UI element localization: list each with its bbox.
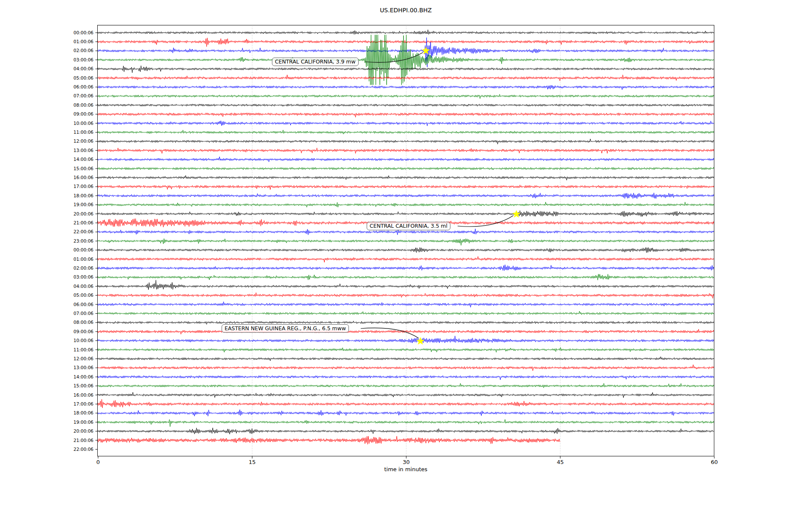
row-label: 19:00:06 [74, 420, 93, 425]
row-label: 06:00:06 [74, 84, 93, 89]
trace-row-41 [98, 399, 714, 408]
row-label: 03:00:06 [74, 274, 93, 279]
row-label: 18:00:06 [74, 193, 93, 198]
event-star-icon [513, 210, 521, 218]
row-label: 14:00:06 [74, 157, 93, 162]
trace-row-9 [98, 113, 714, 118]
row-label: 23:00:06 [74, 238, 93, 243]
row-label: 13:00:06 [74, 148, 93, 153]
trace-row-8 [98, 104, 714, 106]
trace-row-31 [98, 311, 714, 315]
trace-row-17 [98, 185, 714, 190]
row-label: 21:00:06 [74, 220, 93, 225]
row-label: 12:00:06 [74, 138, 93, 144]
trace-row-12 [98, 139, 714, 144]
trace-row-39 [98, 384, 714, 388]
row-label: 02:00:06 [74, 48, 93, 53]
trace-row-30 [98, 302, 714, 307]
trace-row-5 [98, 75, 714, 81]
annotation-label-event-2: CENTRAL CALIFORNIA, 3.5 ml [367, 222, 450, 230]
row-label: 01:00:06 [74, 39, 93, 44]
trace-row-20 [98, 211, 714, 217]
trace-row-14 [98, 157, 714, 162]
row-label: 04:00:06 [74, 284, 93, 289]
trace-row-43 [98, 420, 714, 427]
row-label: 00:00:06 [74, 30, 93, 35]
row-label: 09:00:06 [74, 329, 93, 334]
trace-row-10 [98, 121, 714, 126]
trace-row-33 [98, 329, 714, 334]
x-tick-label: 15 [249, 459, 256, 465]
trace-row-13 [98, 148, 714, 154]
trace-row-18 [98, 193, 714, 199]
event-star-icon [417, 337, 425, 345]
annotation-connector [361, 328, 419, 338]
row-label: 06:00:06 [74, 302, 93, 307]
row-label: 13:00:06 [74, 365, 93, 370]
x-tick-label: 60 [711, 459, 718, 465]
trace-row-16 [98, 176, 714, 180]
trace-row-15 [98, 167, 714, 170]
row-label: 20:00:06 [74, 211, 93, 216]
row-label: 07:00:06 [74, 311, 93, 316]
row-label: 01:00:06 [74, 257, 93, 262]
row-label: 12:00:06 [74, 356, 93, 361]
row-label: 14:00:06 [74, 374, 93, 379]
row-label: 05:00:06 [74, 75, 93, 80]
trace-row-25 [98, 257, 714, 262]
x-axis-label: time in minutes [97, 466, 714, 472]
trace-row-0 [98, 30, 714, 34]
trace-row-11 [98, 130, 714, 134]
trace-row-7 [98, 94, 714, 99]
trace-row-23 [98, 239, 714, 246]
x-tick-label: 0 [96, 459, 100, 465]
row-label: 20:00:06 [74, 428, 93, 433]
row-label: 16:00:06 [74, 175, 93, 180]
trace-row-42 [98, 410, 714, 416]
row-label: 11:00:06 [74, 347, 93, 352]
row-label: 08:00:06 [74, 102, 93, 108]
row-label: 02:00:06 [74, 265, 93, 271]
row-label: 21:00:06 [74, 438, 93, 443]
row-label: 15:00:06 [74, 166, 93, 171]
row-label: 00:00:06 [74, 247, 93, 252]
annotation-connector [458, 215, 513, 226]
trace-row-28 [98, 280, 714, 290]
row-label: 10:00:06 [74, 121, 93, 126]
trace-row-45 [98, 436, 560, 444]
trace-row-40 [98, 392, 714, 398]
row-label: 09:00:06 [74, 111, 93, 116]
row-label: 18:00:06 [74, 410, 93, 415]
annotation-label-event-3: EASTERN NEW GUINEA REG., P.N.G., 6.5 mww [222, 324, 349, 333]
trace-row-32 [98, 321, 714, 324]
row-label: 11:00:06 [74, 130, 93, 135]
trace-row-34 [98, 336, 714, 343]
trace-row-38 [98, 375, 714, 380]
row-label: 08:00:06 [74, 320, 93, 325]
trace-row-27 [98, 274, 714, 280]
x-tick-label: 45 [557, 459, 564, 465]
row-label: 22:00:06 [74, 229, 93, 234]
row-label: 04:00:06 [74, 66, 93, 71]
row-label: 05:00:06 [74, 293, 93, 298]
row-label: 15:00:06 [74, 383, 93, 388]
row-label: 07:00:06 [74, 93, 93, 98]
row-label: 16:00:06 [74, 392, 93, 398]
trace-row-36 [98, 357, 714, 361]
row-label: 03:00:06 [74, 57, 93, 62]
row-label: 17:00:06 [74, 184, 93, 189]
trace-row-37 [98, 365, 714, 371]
row-label: 19:00:06 [74, 202, 93, 207]
trace-row-26 [98, 265, 714, 271]
row-label: 17:00:06 [74, 401, 93, 406]
trace-row-29 [98, 293, 714, 298]
row-label: 10:00:06 [74, 338, 93, 343]
row-label: 22:00:06 [74, 447, 93, 452]
trace-row-6 [98, 85, 714, 90]
trace-row-35 [98, 348, 714, 352]
trace-row-19 [98, 202, 714, 207]
annotation-label-event-1: CENTRAL CALIFORNIA, 3.9 mw [272, 58, 359, 66]
helicorder-page: US.EDHPI.00.BHZ 00:00:0601:00:0602:00:06… [0, 0, 812, 508]
x-tick-label: 30 [403, 459, 410, 465]
trace-row-44 [98, 428, 714, 434]
